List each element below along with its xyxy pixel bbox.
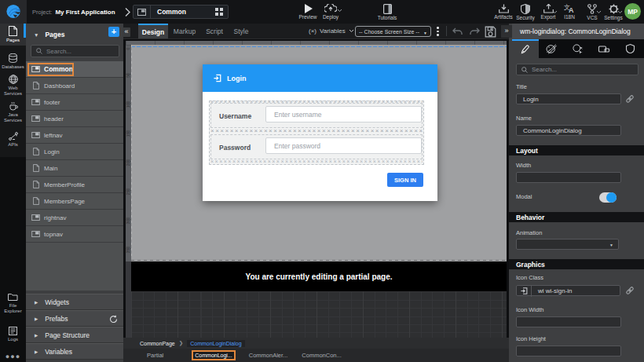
svg-text:A: A <box>569 6 574 13</box>
